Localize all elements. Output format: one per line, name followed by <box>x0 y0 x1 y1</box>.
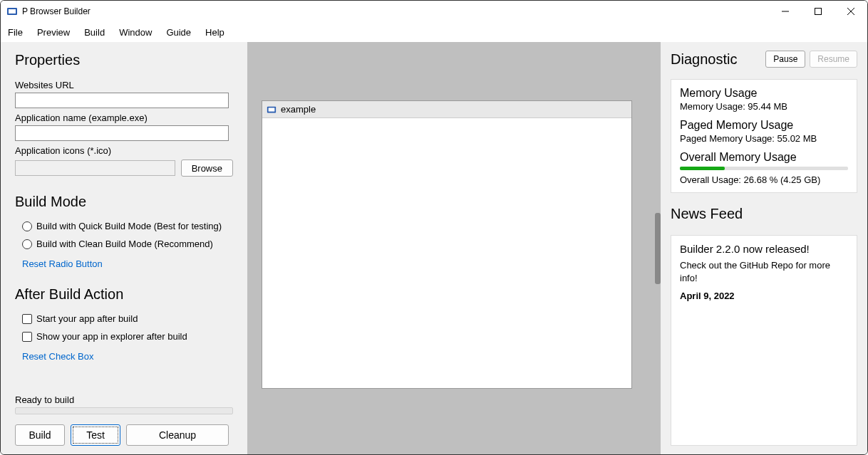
radio-quick-label: Build with Quick Build Mode (Best for te… <box>36 221 222 231</box>
checkbox-icon <box>22 314 32 324</box>
cleanup-button[interactable]: Cleanup <box>126 424 229 446</box>
app-icon <box>267 105 277 115</box>
diagnostic-card: Memory Usage Memory Usage: 95.44 MB Page… <box>671 79 857 193</box>
center-panel: example <box>247 42 661 454</box>
reset-radio-link[interactable]: Reset Radio Button <box>22 258 233 269</box>
build-button[interactable]: Build <box>15 424 65 446</box>
window-controls <box>769 1 867 22</box>
diagnostic-heading: Diagnostic <box>671 51 737 68</box>
overall-bar-fill <box>680 167 725 170</box>
news-card: Builder 2.2.0 now released! Check out th… <box>671 235 857 446</box>
icons-input <box>15 160 175 176</box>
preview-window[interactable]: example <box>262 100 632 389</box>
scrollbar-thumb[interactable] <box>655 213 661 284</box>
icons-label: Application icons (*.ico) <box>15 145 233 156</box>
titlebar: P Browser Builder <box>1 1 867 22</box>
window-title: P Browser Builder <box>22 6 91 16</box>
maximize-button[interactable] <box>802 1 835 22</box>
svg-rect-7 <box>269 108 275 111</box>
paged-heading: Paged Memory Usage <box>680 119 848 132</box>
status-label: Ready to build <box>15 394 233 405</box>
overall-text: Overall Usage: 26.68 % (4.25 GB) <box>680 174 848 185</box>
paged-text: Paged Memory Usage: 55.02 MB <box>680 133 848 144</box>
news-heading: News Feed <box>671 206 857 222</box>
appname-input[interactable] <box>15 125 229 141</box>
preview-title: example <box>281 104 316 115</box>
url-input[interactable] <box>15 93 229 108</box>
radio-icon <box>22 239 32 249</box>
preview-titlebar: example <box>262 101 631 118</box>
close-button[interactable] <box>835 1 867 22</box>
svg-rect-3 <box>815 9 822 15</box>
menu-build[interactable]: Build <box>84 27 105 38</box>
radio-icon <box>22 221 32 231</box>
check-explorer-row[interactable]: Show your app in explorer after build <box>22 331 233 342</box>
left-panel: Properties Websites URL Application name… <box>1 42 247 454</box>
memory-text: Memory Usage: 95.44 MB <box>680 101 848 112</box>
radio-clean-row[interactable]: Build with Clean Build Mode (Recommend) <box>22 239 233 249</box>
check-start-row[interactable]: Start your app after build <box>22 313 233 324</box>
menu-window[interactable]: Window <box>119 27 152 38</box>
check-explorer-label: Show your app in explorer after build <box>36 331 187 342</box>
radio-clean-label: Build with Clean Build Mode (Recommend) <box>36 239 213 249</box>
minimize-button[interactable] <box>769 1 802 22</box>
url-label: Websites URL <box>15 80 233 90</box>
app-icon <box>6 6 18 17</box>
news-title: Builder 2.2.0 now released! <box>680 243 848 255</box>
menu-help[interactable]: Help <box>205 27 224 38</box>
test-button[interactable]: Test <box>71 424 120 446</box>
right-panel: Diagnostic Pause Resume Memory Usage Mem… <box>661 42 867 454</box>
afterbuild-heading: After Build Action <box>15 286 233 303</box>
menu-file[interactable]: File <box>8 27 23 38</box>
resume-button: Resume <box>810 51 857 68</box>
news-date: April 9, 2022 <box>680 291 848 301</box>
buildmode-heading: Build Mode <box>15 194 233 210</box>
build-progress <box>15 407 233 414</box>
properties-heading: Properties <box>15 52 233 68</box>
browse-button[interactable]: Browse <box>181 159 233 177</box>
news-body: Check out the GitHub Repo for more info! <box>680 259 848 285</box>
reset-check-link[interactable]: Reset Check Box <box>22 351 233 362</box>
radio-quick-row[interactable]: Build with Quick Build Mode (Best for te… <box>22 221 233 231</box>
menu-guide[interactable]: Guide <box>166 27 191 38</box>
pause-button[interactable]: Pause <box>765 51 805 68</box>
check-start-label: Start your app after build <box>36 313 138 324</box>
svg-rect-1 <box>9 9 16 14</box>
overall-bar <box>680 167 848 170</box>
overall-heading: Overall Memory Usage <box>680 151 848 164</box>
checkbox-icon <box>22 332 32 342</box>
memory-heading: Memory Usage <box>680 87 848 100</box>
menu-preview[interactable]: Preview <box>37 27 70 38</box>
menubar: File Preview Build Window Guide Help <box>1 22 867 42</box>
appname-label: Application name (example.exe) <box>15 113 233 123</box>
